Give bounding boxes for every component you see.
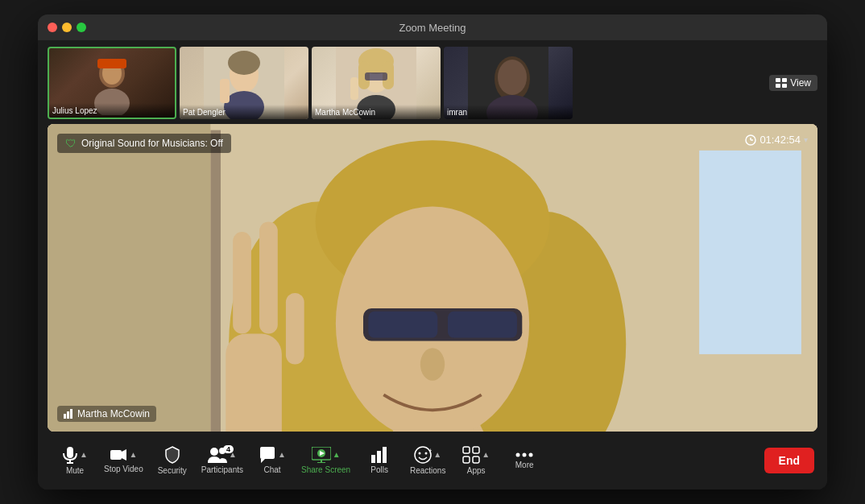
svg-rect-31 — [48, 124, 210, 432]
chat-label: Chat — [263, 465, 280, 474]
reactions-icon-area: + ▲ — [414, 446, 441, 464]
svg-rect-74 — [473, 447, 479, 453]
svg-rect-15 — [365, 72, 387, 81]
thumbnail-martha[interactable]: Martha McCowin — [312, 47, 441, 119]
svg-point-43 — [420, 348, 445, 380]
security-button[interactable]: Security — [148, 443, 197, 478]
more-button[interactable]: More — [500, 448, 548, 473]
thumbnail-pat[interactable]: Pat Dengler — [180, 47, 308, 119]
reactions-button[interactable]: + ▲ Reactions — [404, 443, 452, 478]
mute-chevron[interactable]: ▲ — [80, 451, 88, 459]
svg-rect-47 — [286, 293, 304, 365]
svg-point-78 — [523, 453, 527, 457]
participants-button[interactable]: ▲ 4 Participants — [197, 444, 248, 477]
view-label: View — [790, 77, 811, 89]
apps-button[interactable]: ▲ Apps — [452, 443, 500, 478]
svg-point-70 — [419, 452, 421, 455]
chat-icon — [259, 447, 276, 463]
svg-rect-22 — [776, 78, 780, 82]
svg-marker-58 — [122, 449, 126, 461]
main-video: 🛡 Original Sound for Musicians: Off 01:4… — [48, 124, 817, 432]
martha-name-thumb: Martha McCowin — [312, 105, 441, 119]
minimize-button[interactable] — [62, 23, 72, 32]
polls-icon — [371, 447, 387, 463]
polls-label: Polls — [370, 465, 388, 474]
mute-label: Mute — [66, 466, 84, 475]
svg-rect-30 — [699, 151, 801, 354]
apps-label: Apps — [467, 466, 486, 475]
svg-text:+: + — [428, 447, 432, 454]
stop-video-label: Stop Video — [104, 465, 143, 473]
zoom-window: Zoom Meeting Julius Lopez — [38, 14, 827, 490]
svg-point-7 — [228, 51, 260, 75]
timer-chevron[interactable]: ▾ — [804, 135, 808, 144]
video-icon-area: ▲ — [110, 448, 137, 462]
svg-rect-46 — [259, 221, 278, 333]
reactions-chevron[interactable]: ▲ — [433, 451, 441, 459]
stop-video-button[interactable]: ▲ Stop Video — [99, 444, 148, 477]
speaker-name-badge: Martha McCowin — [57, 406, 156, 422]
video-chevron[interactable]: ▲ — [129, 451, 137, 459]
share-screen-button[interactable]: ▲ Share Screen — [296, 444, 355, 477]
thumbnail-julius[interactable]: Julius Lopez — [48, 47, 176, 119]
window-title: Zoom Meeting — [399, 22, 466, 34]
apps-icon-area: ▲ — [462, 446, 490, 464]
traffic-lights — [48, 23, 86, 32]
svg-point-71 — [425, 452, 428, 455]
svg-rect-73 — [463, 447, 470, 453]
share-screen-label: Share Screen — [301, 465, 350, 474]
mute-button[interactable]: ▲ Mute — [51, 443, 99, 478]
microphone-icon — [62, 446, 78, 464]
chat-chevron[interactable]: ▲ — [278, 451, 286, 459]
title-bar: Zoom Meeting — [38, 14, 827, 40]
svg-rect-41 — [368, 312, 437, 338]
svg-rect-57 — [110, 450, 122, 460]
close-button[interactable] — [48, 23, 57, 32]
pat-name: Pat Dengler — [180, 105, 308, 119]
svg-point-20 — [498, 60, 527, 95]
share-screen-icon — [312, 447, 331, 463]
maximize-button[interactable] — [77, 23, 86, 32]
chat-button[interactable]: ▲ Chat — [248, 444, 296, 477]
share-chevron[interactable]: ▲ — [333, 451, 341, 459]
svg-point-77 — [516, 453, 520, 457]
svg-rect-25 — [782, 84, 787, 88]
thumbnail-imran[interactable]: imran — [444, 47, 573, 119]
svg-rect-9 — [220, 79, 230, 103]
end-button[interactable]: End — [764, 448, 814, 473]
more-icon — [515, 452, 533, 458]
security-text: Original Sound for Musicians: Off — [81, 138, 223, 149]
more-icon-area — [515, 452, 533, 458]
svg-rect-17 — [350, 77, 358, 100]
svg-point-59 — [210, 448, 218, 456]
main-content: Julius Lopez — [38, 40, 827, 490]
svg-rect-42 — [448, 312, 517, 338]
speaker-name: Martha McCowin — [77, 408, 150, 419]
reactions-label: Reactions — [410, 466, 445, 475]
clock-icon — [745, 134, 756, 146]
bars-icon — [64, 409, 73, 419]
security-badge-overlay[interactable]: 🛡 Original Sound for Musicians: Off — [57, 134, 231, 153]
apps-icon — [462, 446, 480, 464]
svg-rect-23 — [782, 78, 787, 82]
view-button[interactable]: View — [769, 75, 817, 91]
timer-area[interactable]: 01:42:54 ▾ — [745, 134, 808, 146]
svg-rect-24 — [776, 84, 780, 88]
thumbnails-row: Julius Lopez — [38, 40, 827, 124]
polls-button[interactable]: Polls — [355, 444, 404, 477]
svg-rect-68 — [383, 447, 387, 463]
julius-name: Julius Lopez — [49, 103, 175, 118]
participants-label: Participants — [201, 465, 243, 474]
svg-rect-44 — [226, 334, 282, 432]
svg-rect-76 — [473, 456, 479, 463]
svg-rect-45 — [233, 232, 251, 333]
svg-rect-75 — [463, 456, 470, 463]
svg-point-79 — [529, 453, 533, 457]
video-background — [48, 124, 817, 432]
svg-rect-51 — [64, 414, 66, 419]
svg-rect-3 — [97, 59, 126, 68]
timer-display: 01:42:54 — [759, 134, 801, 146]
participants-count-badge: 4 — [223, 445, 234, 453]
apps-chevron[interactable]: ▲ — [482, 451, 490, 459]
toolbar: ▲ Mute ▲ Stop Video — [38, 432, 827, 490]
